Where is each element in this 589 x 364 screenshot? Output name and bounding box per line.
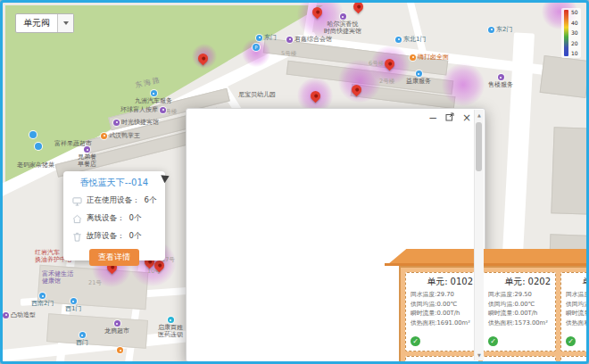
field-label: 回水温度: — [411, 291, 436, 298]
unit-id: 0102 — [451, 277, 473, 286]
poi-label: 龙腾超市 — [104, 320, 129, 335]
poi-label: 九洲汽车服务 — [135, 90, 172, 104]
field-value: 0.00T/h — [514, 310, 537, 317]
gate-icon — [488, 27, 494, 33]
field-value: 29.50 — [514, 291, 531, 298]
field-value: 29.70 — [436, 291, 453, 298]
tooltip-row: 正在使用设备：6个 — [63, 195, 165, 206]
tooltip-row-value: 0个 — [129, 213, 142, 224]
device-tooltip: 香悦蓝天下--014 正在使用设备：6个 离线设备：0个 故障设备：0个 查看详… — [63, 171, 165, 261]
unit-label: 单元: — [582, 360, 589, 364]
chevron-down-icon[interactable] — [57, 14, 73, 32]
unit-field: 供回均温:0.00℃ — [561, 300, 589, 310]
shop-icon — [286, 37, 293, 43]
field-label: 供回均温: — [488, 301, 514, 308]
field-label: 瞬时流量: — [411, 310, 436, 317]
tooltip-row-label: 离线设备： — [87, 213, 125, 224]
restaurant-icon — [410, 54, 416, 61]
heat-spot — [242, 38, 270, 67]
scroll-thumb[interactable] — [476, 122, 482, 171]
tooltip-row-value: 6个 — [145, 195, 157, 206]
restaurant-icon — [84, 146, 90, 153]
unit-card-header: 单元:0201 — [484, 357, 555, 364]
legend-tick: 20 — [571, 41, 578, 46]
gate-icon — [256, 35, 262, 41]
poi-label: 武汉鸭掌王 — [101, 132, 140, 139]
gate-icon — [395, 37, 402, 43]
unit-label: 单元: — [427, 360, 447, 364]
poi-label: 时光快捷宾馆 — [113, 119, 159, 126]
supermarket-icon — [114, 320, 120, 327]
trash-icon — [72, 232, 82, 242]
view-details-button[interactable]: 查看详情 — [89, 249, 139, 266]
poi-text: 环球盲人按摩 — [120, 106, 158, 113]
scroll-up-button[interactable]: ▲ — [475, 110, 484, 120]
unit-card[interactable]: 单元:0302 回水温度:29.70 供回均温:0.00℃ 瞬时流量:0.00T… — [560, 272, 589, 352]
poi-label: 老码家杂猪菜 — [17, 161, 54, 169]
field-value: 1691.00m² — [436, 319, 469, 327]
poi-text: 兄弟餐 早餐店 — [78, 153, 96, 168]
poi-label: 西门 — [76, 332, 88, 346]
map-canvas[interactable]: 东海路 5号楼 6号楼 2号楼 3号楼 21号 17号 10号 东门 君鑫综合会… — [0, 0, 589, 364]
heat-spot — [442, 63, 485, 106]
poi-label: 尼宝贝幼儿园 — [238, 91, 276, 98]
poi-label: 西1门 — [65, 298, 81, 312]
field-label: 供热面积: — [566, 319, 589, 327]
unit-id: 0201 — [528, 360, 551, 364]
poi-text: 武汉鸭掌王 — [109, 132, 140, 139]
modal-scrollbar[interactable]: ▲ ▼ — [474, 110, 484, 360]
scroll-down-button[interactable]: ▼ — [475, 350, 484, 360]
unit-card[interactable]: 单元:0101 回水温度:30.50 供回均温:0.00℃ 瞬时流量:0.00T… — [405, 356, 478, 364]
unit-card[interactable]: 单元:0102 回水温度:29.70 供回均温:0.00℃ 瞬时流量:0.00T… — [405, 272, 478, 352]
gate-icon — [39, 293, 46, 299]
pharmacy-icon — [168, 317, 174, 323]
unit-card[interactable]: 单元:0201 回水温度:30.40 供回均温:0.00℃ 瞬时流量:0.00T… — [483, 356, 556, 364]
unit-card-header: 单元:0101 — [406, 357, 477, 364]
tooltip-row-label: 故障设备： — [87, 231, 125, 242]
field-label: 回水温度: — [488, 291, 514, 298]
unit-field: 回水温度:29.70 — [406, 290, 477, 300]
unit-card[interactable]: 单元:0301 回水温度:30.60 供回均温:0.00℃ 瞬时流量:0.00T… — [560, 356, 589, 364]
layer-select[interactable]: 单元阀 — [15, 13, 74, 33]
poi-text: 嗨打卤全面 — [418, 54, 449, 61]
house-icon — [72, 214, 82, 224]
poi-label: 东2门 — [488, 26, 512, 33]
legend-tick: 40 — [571, 21, 578, 26]
hotel-icon — [340, 13, 346, 20]
building-number: 6号楼 — [369, 60, 384, 68]
status-check-icon: ✓ — [488, 336, 498, 346]
legend-tick: 10 — [571, 51, 578, 56]
poi-text: 启康百姓 医药连锁 — [158, 324, 183, 338]
poi-text: 龙腾超市 — [104, 327, 129, 335]
poi-label: 启康百姓 医药连锁 — [158, 317, 183, 338]
temperature-legend: 50 40 30 20 10 — [561, 8, 581, 58]
service-icon — [498, 74, 504, 80]
unit-field: 瞬时流量:0.00T/h — [561, 309, 589, 318]
field-label: 供热面积: — [488, 319, 514, 327]
poi-label: 君鑫综合会馆 — [286, 36, 332, 43]
gate-icon — [71, 298, 77, 304]
unit-card-header: 单元:0302 — [561, 273, 589, 290]
restore-icon — [445, 112, 454, 121]
field-value: 1573.00m² — [514, 319, 547, 327]
restore-button[interactable] — [445, 112, 454, 124]
tooltip-row: 离线设备：0个 — [63, 213, 165, 224]
gate-icon — [79, 332, 86, 338]
unit-field: 供回均温:0.00℃ — [406, 300, 477, 310]
map-pin[interactable] — [352, 0, 366, 13]
field-label: 供回均温: — [411, 301, 436, 308]
poi-text: 东北1门 — [403, 36, 426, 43]
poi-text: 西门 — [76, 339, 88, 346]
unit-modal: − × ▲ ▼ 单元:0102 回水温度:29.70 供回均温:0.00℃ 瞬时… — [186, 108, 485, 362]
building — [540, 55, 589, 98]
unit-field: 瞬时流量:0.00T/h — [406, 309, 477, 318]
poi-text: 老码家杂猪菜 — [17, 161, 54, 169]
status-check-icon: ✓ — [566, 336, 576, 346]
minimize-button[interactable]: − — [428, 112, 437, 124]
unit-label: 单元: — [582, 277, 589, 286]
poi-label: 西南2门 — [31, 293, 54, 307]
unit-id: 0101 — [451, 360, 473, 364]
legend-gradient — [564, 10, 568, 56]
unit-card[interactable]: 单元:0202 回水温度:29.50 供回均温:0.00℃ 瞬时流量:0.00T… — [483, 272, 556, 352]
close-button[interactable]: × — [462, 112, 471, 124]
